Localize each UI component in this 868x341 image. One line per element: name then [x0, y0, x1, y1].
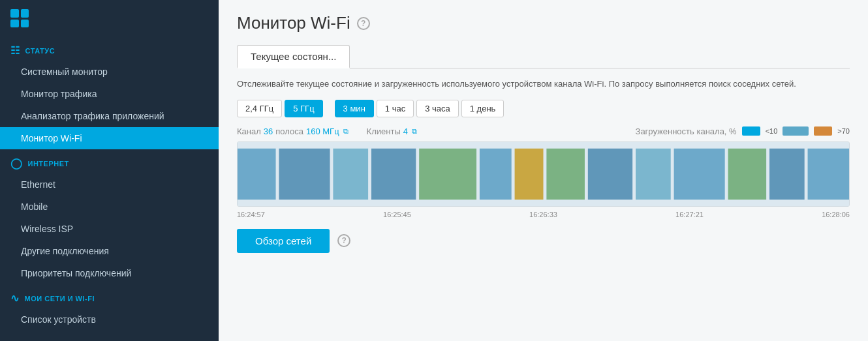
sidebar-item-wifi-monitor[interactable]: Монитор Wi-Fi: [0, 127, 219, 149]
svg-rect-1: [238, 148, 276, 199]
time-1hour-button[interactable]: 1 час: [377, 100, 414, 117]
globe-icon: ◯: [10, 157, 23, 170]
channel-value: 36: [264, 126, 273, 136]
legend-mid: [783, 126, 809, 136]
sidebar-item-ethernet[interactable]: Ethernet: [0, 173, 219, 196]
svg-rect-12: [728, 148, 767, 199]
svg-rect-9: [588, 148, 632, 199]
sidebar-item-app-traffic[interactable]: Анализатор трафика приложений: [0, 105, 219, 127]
scan-help-icon[interactable]: ?: [337, 234, 350, 247]
tab-current-state[interactable]: Текущее состоян...: [237, 45, 350, 68]
page-title: Монитор Wi-Fi: [237, 13, 350, 33]
load-legend: Загруженность канала, % <10 >70: [636, 126, 850, 136]
time-label-0: 16:24:57: [237, 211, 265, 218]
sidebar-item-connection-priorities[interactable]: Приоритеты подключений: [0, 262, 219, 284]
clients-value: 4: [403, 126, 408, 136]
chart-svg: [238, 142, 849, 206]
time-label-1: 16:25:45: [383, 211, 411, 218]
sidebar-section-internet: ◯ ИНТЕРНЕТ: [0, 149, 219, 173]
svg-rect-14: [808, 148, 849, 199]
sidebar-item-wireless-isp[interactable]: Wireless ISP: [0, 218, 219, 240]
grid-icon: ☷: [10, 44, 20, 57]
clients-link-icon[interactable]: ⧉: [412, 127, 417, 136]
freq-5-button[interactable]: 5 ГГц: [285, 100, 322, 117]
svg-rect-10: [636, 148, 671, 199]
time-3hours-button[interactable]: 3 часа: [416, 100, 459, 117]
freq-2.4-button[interactable]: 2,4 ГГц: [237, 100, 282, 117]
sidebar-item-device-list[interactable]: Список устройств: [0, 308, 219, 331]
band-label: полоса: [275, 126, 303, 136]
svg-rect-13: [769, 148, 805, 199]
time-label-4: 16:28:06: [822, 211, 850, 218]
wifi-icon: ∿: [10, 292, 20, 304]
page-title-row: Монитор Wi-Fi ?: [237, 13, 850, 33]
scan-networks-button[interactable]: Обзор сетей: [237, 229, 330, 253]
time-1day-button[interactable]: 1 день: [461, 100, 504, 117]
legend-high: [814, 126, 832, 136]
logo-area: [0, 0, 219, 37]
svg-rect-11: [674, 148, 725, 199]
time-axis: 16:24:57 16:25:45 16:26:33 16:27:21 16:2…: [237, 209, 850, 220]
svg-rect-8: [546, 148, 585, 199]
time-label-3: 16:27:21: [675, 211, 704, 218]
time-label-2: 16:26:33: [529, 211, 557, 218]
page-help-icon[interactable]: ?: [357, 17, 370, 30]
svg-rect-7: [515, 148, 544, 199]
time-3min-button[interactable]: 3 мин: [335, 100, 374, 117]
sidebar-section-my-networks: ∿ МОИ СЕТИ И WI-FI: [0, 284, 219, 308]
clients-label: Клиенты: [367, 126, 401, 136]
svg-rect-4: [371, 148, 416, 199]
sidebar: ☷ СТАТУС Системный монитор Монитор трафи…: [0, 0, 219, 341]
svg-rect-6: [480, 148, 512, 199]
legend-low: [742, 126, 760, 136]
filter-row: 2,4 ГГц 5 ГГц 3 мин 1 час 3 часа 1 день: [237, 100, 850, 117]
sidebar-item-mobile[interactable]: Mobile: [0, 196, 219, 218]
channel-link-icon[interactable]: ⧉: [343, 127, 349, 136]
sidebar-item-system-monitor[interactable]: Системный монитор: [0, 61, 219, 83]
wifi-chart: [237, 141, 850, 207]
clients-info: Клиенты 4 ⧉: [367, 126, 417, 136]
legend-low-label: <10: [766, 127, 778, 135]
sidebar-section-status: ☷ СТАТУС: [0, 37, 219, 61]
logo-icon: [10, 9, 29, 27]
sidebar-item-traffic-monitor[interactable]: Монитор трафика: [0, 83, 219, 105]
legend-high-label: >70: [837, 127, 850, 135]
channel-info: Канал 36 полоса 160 МГц ⧉: [237, 126, 349, 136]
load-label: Загруженность канала, %: [636, 126, 737, 136]
main-content: Монитор Wi-Fi ? Текущее состоян... Отсле…: [219, 0, 868, 341]
sidebar-item-other-connections[interactable]: Другие подключения: [0, 240, 219, 262]
svg-rect-5: [419, 148, 476, 199]
band-value: 160 МГц: [306, 126, 339, 136]
channel-label: Канал: [237, 126, 261, 136]
tabs-row: Текущее состоян...: [237, 45, 850, 68]
info-row: Канал 36 полоса 160 МГц ⧉ Клиенты 4 ⧉ За…: [237, 126, 850, 136]
bottom-row: Обзор сетей ?: [237, 229, 850, 253]
svg-rect-3: [333, 148, 368, 199]
description-text: Отслеживайте текущее состояние и загруже…: [237, 78, 824, 91]
svg-rect-2: [279, 148, 330, 199]
